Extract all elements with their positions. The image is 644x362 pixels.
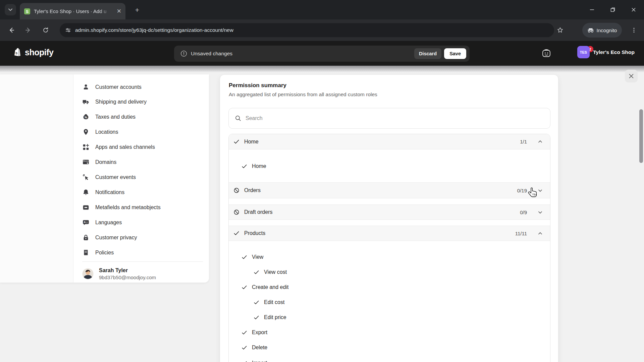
header-shadow: [0, 66, 644, 72]
shop-menu[interactable]: TES Tyler's Eco Shop: [577, 46, 635, 58]
forward-button[interactable]: [22, 24, 34, 36]
restore-icon: [610, 7, 615, 12]
shopify-logo[interactable]: S shopify: [13, 47, 53, 58]
sidebar-item-label: Customer privacy: [95, 235, 137, 241]
sidebar-item-label: Customer accounts: [95, 84, 142, 90]
section-home[interactable]: Home 1/1: [229, 134, 550, 149]
reload-icon: [42, 27, 49, 34]
section-orders[interactable]: Orders 0/19: [229, 182, 550, 198]
shopify-header: S shopify Unsaved changes Discard Save 2…: [0, 41, 644, 66]
svg-text:A: A: [84, 221, 86, 224]
permission-row-home: Home: [241, 161, 266, 171]
discard-button[interactable]: Discard: [414, 48, 441, 59]
sidebar-item-label: Taxes and duties: [95, 114, 136, 120]
page-scrollbar[interactable]: [639, 109, 643, 163]
check-icon: [254, 300, 259, 305]
sidebar-item-languages[interactable]: A☆ Languages: [82, 215, 203, 230]
settings-sidebar: Customer accounts Shipping and delivery …: [0, 74, 209, 283]
user-name: Sarah Tyler: [99, 267, 156, 274]
permission-label: View cost: [264, 269, 287, 275]
back-icon: [8, 26, 15, 34]
url-bar[interactable]: admin.shopify.com/store/jy63jq-dc/settin…: [60, 23, 554, 37]
apps-icon: [82, 143, 90, 151]
star-icon: [557, 27, 564, 34]
svg-text:S: S: [15, 51, 17, 55]
forward-icon: [24, 26, 32, 34]
permission-row-view: View: [241, 252, 263, 262]
user-email: 9bd37b50@moodjoy.com: [99, 275, 156, 280]
search-input[interactable]: [246, 115, 534, 121]
back-button[interactable]: [5, 24, 17, 36]
sidekick-button[interactable]: [541, 48, 551, 60]
permission-row-create-edit: Create and edit: [241, 282, 288, 292]
sidebar-item-customer-privacy[interactable]: Customer privacy: [82, 230, 203, 245]
section-products[interactable]: Products 11/11: [229, 226, 550, 241]
url-text[interactable]: admin.shopify.com/store/jy63jq-dc/settin…: [75, 27, 233, 33]
check-icon: [241, 330, 247, 336]
sidebar-item-shipping[interactable]: Shipping and delivery: [82, 95, 203, 109]
chevron-up-icon[interactable]: [538, 139, 543, 144]
permission-label: Create and edit: [252, 284, 288, 290]
sidebar-item-domains[interactable]: Domains: [82, 155, 203, 170]
shop-name: Tyler's Eco Shop: [593, 49, 635, 55]
permission-list: Home 1/1 Home Orders 0/19 Draft orders 0…: [228, 134, 550, 362]
sidebar-item-taxes[interactable]: % Taxes and duties: [82, 110, 203, 124]
sidebar-item-label: Customer events: [95, 174, 136, 180]
panel-subtitle: An aggregated list of permissions from a…: [229, 92, 377, 98]
permission-row-view-cost: View cost: [254, 267, 287, 277]
tab-search-button[interactable]: [5, 4, 16, 15]
sidebar-item-apps[interactable]: Apps and sales channels: [82, 140, 203, 155]
tab-close-icon[interactable]: ✕: [117, 8, 121, 14]
domains-icon: [82, 159, 90, 166]
sidebar-item-label: Metafields and metaobjects: [95, 204, 161, 210]
section-count: 11/11: [515, 231, 527, 236]
bookmark-button[interactable]: [554, 24, 566, 36]
unsaved-changes-bar: Unsaved changes Discard Save: [174, 46, 470, 62]
sidebar-divider: [82, 261, 203, 262]
window-minimize-button[interactable]: [582, 0, 602, 19]
check-icon: [241, 345, 247, 351]
permission-row-edit-price: Edit price: [254, 312, 286, 322]
close-icon: [631, 7, 636, 12]
sidebar-item-notifications[interactable]: Notifications: [82, 185, 203, 200]
shop-avatar: TES: [577, 46, 590, 58]
panel-close-button[interactable]: [625, 70, 638, 82]
section-draft-orders[interactable]: Draft orders 0/9: [229, 204, 550, 220]
chevron-down-icon[interactable]: [538, 210, 543, 215]
sidebar-item-metafields[interactable]: Metafields and metaobjects: [82, 200, 203, 215]
shopify-favicon: S: [24, 8, 31, 15]
sidebar-item-customer-events[interactable]: Customer events: [82, 170, 203, 185]
window-close-button[interactable]: [623, 0, 644, 19]
reload-button[interactable]: [40, 24, 52, 36]
metafields-icon: [82, 204, 90, 211]
permission-search[interactable]: [228, 108, 550, 129]
chevron-down-icon: [8, 7, 13, 12]
permission-label: View: [252, 254, 263, 260]
permission-label: Delete: [252, 345, 267, 351]
chevron-up-icon[interactable]: [538, 231, 543, 236]
svg-text:☆: ☆: [86, 221, 88, 224]
languages-icon: A☆: [82, 219, 90, 226]
new-tab-button[interactable]: +: [132, 5, 142, 15]
section-label: Products: [244, 230, 265, 236]
kebab-menu-icon: [631, 27, 637, 33]
section-count: 0/19: [517, 188, 527, 193]
sidebar-item-label: Apps and sales channels: [95, 144, 155, 150]
sidebar-item-customer-accounts[interactable]: Customer accounts: [82, 80, 203, 95]
sidebar-user[interactable]: Sarah Tyler 9bd37b50@moodjoy.com: [82, 267, 156, 280]
browser-menu-button[interactable]: [628, 24, 640, 36]
permission-summary-panel: Permission summary An aggregated list of…: [220, 74, 558, 362]
check-icon: [233, 139, 239, 145]
section-label: Orders: [244, 187, 261, 193]
close-icon: [629, 73, 634, 79]
section-label: Home: [244, 139, 259, 145]
sidebar-item-locations[interactable]: Locations: [82, 125, 203, 139]
sidebar-item-label: Languages: [95, 220, 122, 226]
browser-tab[interactable]: S Tyler's Eco Shop · Users · Add u ✕: [20, 3, 125, 19]
permission-label: Export: [252, 329, 267, 336]
sidebar-item-label: Domains: [95, 159, 116, 165]
sidebar-item-policies[interactable]: Policies: [82, 245, 203, 260]
window-restore-button[interactable]: [602, 0, 623, 19]
sidebar-item-label: Locations: [95, 129, 118, 135]
save-button[interactable]: Save: [444, 48, 466, 59]
